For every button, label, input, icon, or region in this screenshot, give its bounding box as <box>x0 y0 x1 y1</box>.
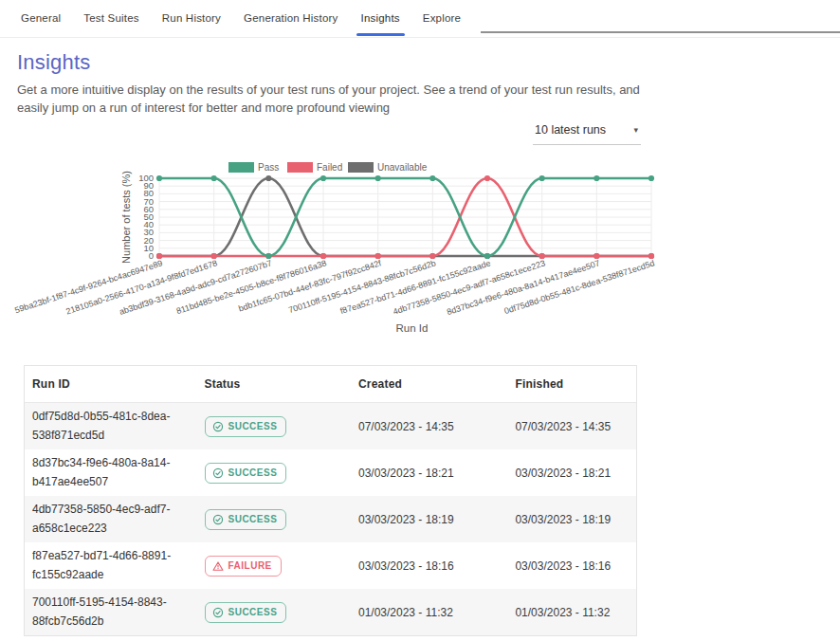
check-circle-icon <box>212 607 224 618</box>
data-point[interactable] <box>648 253 654 259</box>
table-row[interactable]: 700110ff-5195-4154-8843-88fcb7c56d2bSUCC… <box>25 589 636 635</box>
data-point[interactable] <box>648 175 654 181</box>
legend-label: Failed <box>317 162 342 173</box>
run-id-cell: 8d37bc34-f9e6-480a-8a14-b417ae4ee507 <box>25 454 197 492</box>
chart-grid <box>159 178 651 256</box>
finished-cell: 03/03/2023 - 18:16 <box>507 559 636 573</box>
status-label: FAILURE <box>228 560 272 571</box>
status-badge: FAILURE <box>205 556 282 577</box>
data-point[interactable] <box>484 175 490 181</box>
tab-test-suites[interactable]: Test Suites <box>82 0 140 37</box>
legend-swatch-pass[interactable] <box>228 162 254 173</box>
created-cell: 07/03/2023 - 14:35 <box>351 420 507 433</box>
run-id-cell: 0df75d8d-0b55-481c-8dea-538f871ecd5d <box>25 408 197 446</box>
tab-explore[interactable]: Explore <box>421 0 463 37</box>
finished-cell: 03/03/2023 - 18:21 <box>507 467 636 480</box>
tab-general[interactable]: General <box>19 0 63 37</box>
status-label: SUCCESS <box>228 467 278 478</box>
data-point[interactable] <box>265 253 271 259</box>
trend-chart-svg: 0102030405060708090100Number of tests (%… <box>0 159 840 349</box>
chevron-down-icon: ▾ <box>633 126 638 135</box>
status-cell: SUCCESS <box>197 416 351 437</box>
data-point[interactable] <box>539 175 545 181</box>
finished-cell: 03/03/2023 - 18:19 <box>507 513 636 526</box>
column-header-finished: Finished <box>507 377 636 391</box>
y-axis-label: Number of tests (%) <box>120 171 132 264</box>
status-badge: SUCCESS <box>205 416 287 437</box>
data-point[interactable] <box>211 253 217 259</box>
table-row[interactable]: 4db77358-5850-4ec9-adf7-a658c1ece223SUCC… <box>25 496 636 542</box>
created-cell: 03/03/2023 - 18:16 <box>351 559 507 573</box>
data-point[interactable] <box>593 253 599 259</box>
chart-legend: PassFailedUnavailable <box>228 162 428 173</box>
table-header-row: Run IDStatusCreatedFinished <box>25 366 636 403</box>
table-row[interactable]: 8d37bc34-f9e6-480a-8a14-b417ae4ee507SUCC… <box>25 449 636 496</box>
data-point[interactable] <box>320 175 326 181</box>
data-point[interactable] <box>265 175 271 181</box>
created-cell: 01/03/2023 - 11:32 <box>351 606 507 619</box>
status-label: SUCCESS <box>228 421 278 431</box>
run-id-cell: 4db77358-5850-4ec9-adf7-a658c1ece223 <box>25 501 197 539</box>
data-point[interactable] <box>156 253 162 259</box>
data-point[interactable] <box>375 175 381 181</box>
runs-filter-value: 10 latest runs <box>535 123 606 137</box>
status-badge: SUCCESS <box>205 509 287 530</box>
status-badge: SUCCESS <box>205 602 287 623</box>
created-cell: 03/03/2023 - 18:19 <box>351 513 507 526</box>
test-results-trend-chart[interactable]: 0102030405060708090100Number of tests (%… <box>0 159 840 349</box>
legend-label: Pass <box>258 162 279 173</box>
tab-generation-history[interactable]: Generation History <box>242 0 339 37</box>
tabbar-right-divider <box>481 31 840 33</box>
y-axis-ticks: 0102030405060708090100 <box>138 173 154 261</box>
table-row[interactable]: 0df75d8d-0b55-481c-8dea-538f871ecd5dSUCC… <box>25 403 636 449</box>
check-circle-icon <box>212 421 224 432</box>
finished-cell: 07/03/2023 - 14:35 <box>507 420 636 433</box>
finished-cell: 01/03/2023 - 11:32 <box>507 606 636 619</box>
runs-table: Run IDStatusCreatedFinished0df75d8d-0b55… <box>24 365 637 636</box>
data-point[interactable] <box>156 175 162 181</box>
status-label: SUCCESS <box>228 514 278 524</box>
data-point[interactable] <box>320 253 326 259</box>
check-circle-icon <box>212 467 224 479</box>
created-cell: 03/03/2023 - 18:21 <box>351 467 507 480</box>
x-axis-label: Run Id <box>396 322 429 334</box>
column-header-run-id: Run ID <box>25 377 197 391</box>
data-point[interactable] <box>429 253 435 259</box>
data-point[interactable] <box>211 175 217 181</box>
data-point[interactable] <box>429 175 435 181</box>
status-cell: SUCCESS <box>197 463 351 484</box>
tab-run-history[interactable]: Run History <box>160 0 223 37</box>
warning-triangle-icon <box>212 560 224 572</box>
page-description: Get a more intuitive display on the resu… <box>17 82 641 118</box>
status-cell: SUCCESS <box>197 509 351 530</box>
check-circle-icon <box>212 514 224 525</box>
status-cell: SUCCESS <box>197 602 351 623</box>
legend-swatch-unavailable[interactable] <box>348 162 374 173</box>
legend-label: Unavailable <box>377 162 428 173</box>
column-header-created: Created <box>351 377 507 391</box>
svg-text:100: 100 <box>138 173 154 183</box>
table-row[interactable]: f87ea527-bd71-4d66-8891-fc155c92aadeFAIL… <box>25 542 636 589</box>
tab-insights[interactable]: Insights <box>359 0 402 37</box>
data-point[interactable] <box>375 253 381 259</box>
column-header-status: Status <box>197 377 351 391</box>
status-cell: FAILURE <box>197 556 351 577</box>
status-badge: SUCCESS <box>205 463 287 484</box>
x-axis-ticks: 59ba23bf-1f87-4c9f-9264-bc4ac6947e892181… <box>13 258 655 317</box>
status-label: SUCCESS <box>228 607 278 617</box>
page-title: Insights <box>17 50 90 75</box>
data-point[interactable] <box>484 253 490 259</box>
data-point[interactable] <box>539 253 545 259</box>
data-point[interactable] <box>593 175 599 181</box>
legend-swatch-failed[interactable] <box>287 162 313 173</box>
insights-page: GeneralTest SuitesRun HistoryGeneration … <box>0 0 840 641</box>
run-id-cell: f87ea527-bd71-4d66-8891-fc155c92aade <box>25 547 197 585</box>
runs-filter-select[interactable]: 10 latest runs ▾ <box>533 120 641 145</box>
run-id-cell: 700110ff-5195-4154-8843-88fcb7c56d2b <box>25 594 197 632</box>
